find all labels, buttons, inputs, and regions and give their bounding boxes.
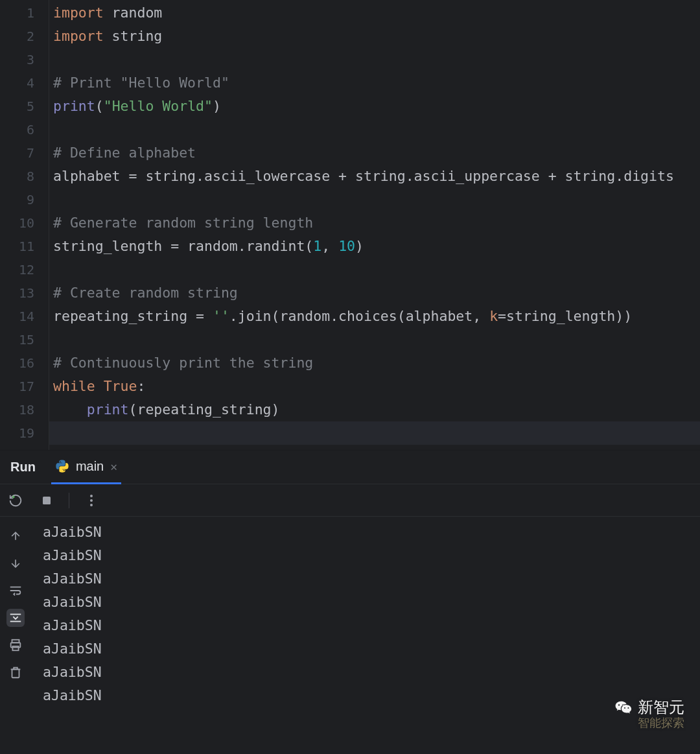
line-number: 16 — [0, 351, 49, 375]
watermark-subtext: 智能探索 — [638, 715, 684, 731]
line-number: 17 — [0, 375, 49, 398]
line-number: 1 — [0, 1, 49, 25]
rerun-icon[interactable] — [6, 491, 25, 510]
line-number: 14 — [0, 305, 49, 328]
console-line: aJaibSN — [43, 544, 700, 567]
svg-rect-1 — [43, 497, 51, 504]
python-file-icon — [55, 459, 69, 473]
console-line: aJaibSN — [43, 637, 700, 661]
code-editor[interactable]: 12345678910111213141516171819 import ran… — [0, 0, 700, 450]
line-number: 3 — [0, 48, 49, 71]
run-toolbar — [0, 484, 700, 517]
code-line[interactable]: # Create random string — [49, 281, 700, 305]
line-number: 6 — [0, 118, 49, 141]
console-line: aJaibSN — [43, 614, 700, 637]
console-line: aJaibSN — [43, 661, 700, 684]
line-number: 13 — [0, 281, 49, 305]
stop-icon[interactable] — [38, 491, 56, 510]
code-line[interactable]: # Generate random string length — [49, 211, 700, 235]
run-tab-name: main — [76, 459, 104, 474]
line-number: 5 — [0, 95, 49, 118]
run-panel: Run main ✕ — [0, 450, 700, 754]
down-arrow-icon[interactable] — [6, 554, 25, 572]
line-number: 18 — [0, 398, 49, 421]
console-line: aJaibSN — [43, 521, 700, 544]
up-arrow-icon[interactable] — [6, 527, 25, 545]
code-line[interactable] — [49, 188, 700, 211]
code-line[interactable]: while True: — [49, 375, 700, 398]
toolbar-separator — [69, 493, 69, 508]
line-number: 12 — [0, 258, 49, 281]
line-number-gutter: 12345678910111213141516171819 — [0, 0, 49, 450]
svg-point-3 — [90, 499, 93, 502]
code-line[interactable] — [49, 118, 700, 141]
line-number: 9 — [0, 188, 49, 211]
code-content[interactable]: import randomimport string# Print "Hello… — [49, 0, 700, 450]
print-icon[interactable] — [6, 636, 25, 654]
code-line[interactable]: string_length = random.randint(1, 10) — [49, 235, 700, 258]
console-line: aJaibSN — [43, 684, 700, 707]
run-panel-tab-bar: Run main ✕ — [0, 451, 700, 484]
code-line[interactable]: print("Hello World") — [49, 95, 700, 118]
code-line[interactable] — [49, 48, 700, 71]
code-line[interactable]: repeating_string = ''.join(random.choice… — [49, 305, 700, 328]
line-number: 19 — [0, 421, 49, 445]
run-side-toolbar — [0, 517, 31, 754]
run-body: aJaibSNaJaibSNaJaibSNaJaibSNaJaibSNaJaib… — [0, 517, 700, 754]
console-output[interactable]: aJaibSNaJaibSNaJaibSNaJaibSNaJaibSNaJaib… — [31, 517, 700, 754]
line-number: 7 — [0, 141, 49, 165]
code-line[interactable]: import string — [49, 25, 700, 48]
soft-wrap-icon[interactable] — [6, 582, 25, 600]
line-number: 15 — [0, 328, 49, 351]
svg-point-2 — [90, 495, 93, 497]
more-icon[interactable] — [82, 491, 100, 510]
line-number: 4 — [0, 71, 49, 95]
line-number: 11 — [0, 235, 49, 258]
code-line[interactable]: alphabet = string.ascii_lowercase + stri… — [49, 165, 700, 188]
watermark: 新智元 智能探索 — [614, 697, 684, 718]
trash-icon[interactable] — [6, 663, 25, 681]
code-line[interactable]: import random — [49, 1, 700, 25]
line-number: 8 — [0, 165, 49, 188]
scroll-to-end-icon[interactable] — [6, 609, 25, 627]
code-line[interactable]: # Define alphabet — [49, 141, 700, 165]
line-number: 2 — [0, 25, 49, 48]
code-line[interactable]: # Continuously print the string — [49, 351, 700, 375]
code-line[interactable] — [49, 258, 700, 281]
wechat-icon — [614, 698, 633, 716]
code-line[interactable] — [49, 421, 700, 445]
code-line[interactable]: print(repeating_string) — [49, 398, 700, 421]
svg-point-4 — [90, 504, 93, 506]
run-tab-main[interactable]: main ✕ — [51, 451, 121, 484]
console-line: aJaibSN — [43, 591, 700, 614]
console-line: aJaibSN — [43, 567, 700, 591]
svg-rect-8 — [12, 669, 19, 677]
code-line[interactable] — [49, 328, 700, 351]
close-icon[interactable]: ✕ — [110, 460, 117, 473]
code-line[interactable]: # Print "Hello World" — [49, 71, 700, 95]
run-panel-label: Run — [10, 460, 36, 475]
line-number: 10 — [0, 211, 49, 235]
